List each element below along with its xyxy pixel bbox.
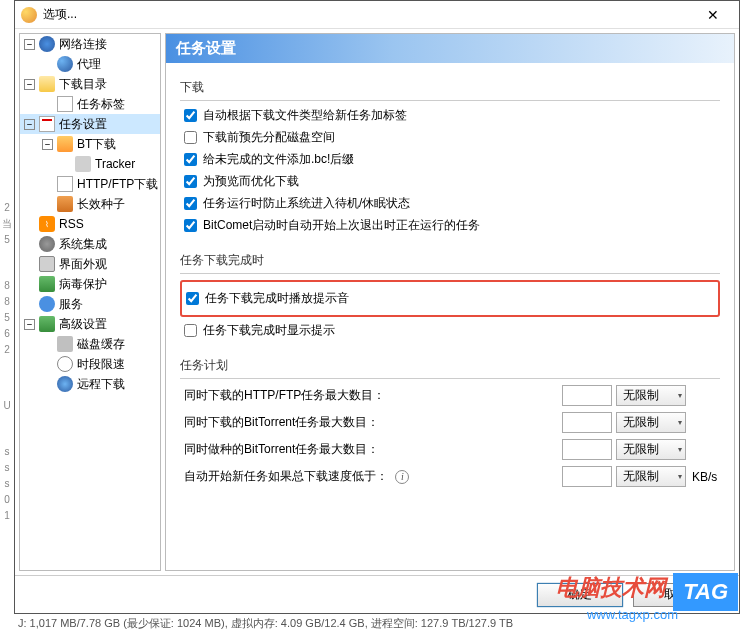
tree-label: RSS	[59, 217, 84, 231]
rss-icon: ⌇	[39, 216, 55, 232]
tree-label: 下载目录	[59, 76, 107, 93]
tree-label: 高级设置	[59, 316, 107, 333]
tracker-icon	[75, 156, 91, 172]
expander-icon[interactable]: −	[24, 39, 35, 50]
options-dialog: 选项... ✕ − 网络连接 代理 − 下载目录 任务标签	[14, 0, 740, 614]
tree-label: 任务标签	[77, 96, 125, 113]
tree-services[interactable]: 服务	[20, 294, 160, 314]
tree-schedule[interactable]: 时段限速	[20, 354, 160, 374]
advanced-icon	[39, 316, 55, 332]
bt-icon	[57, 136, 73, 152]
monitor-icon	[39, 256, 55, 272]
tree-bt-download[interactable]: − BT下载	[20, 134, 160, 154]
chk-preview-row: 为预览而优化下载	[184, 173, 720, 190]
plan-seed-dropdown[interactable]: 无限制 ▾	[616, 439, 686, 460]
group-complete-title: 任务下载完成时	[180, 252, 720, 269]
tree-label: 远程下载	[77, 376, 125, 393]
chevron-down-icon: ▾	[678, 391, 682, 400]
chk-resume-label: BitComet启动时自动开始上次退出时正在运行的任务	[203, 217, 480, 234]
tree-task-settings[interactable]: − 任务设置	[20, 114, 160, 134]
tree-proxy[interactable]: 代理	[20, 54, 160, 74]
left-gutter: 2 当 5 8 8 5 6 2 U s s s 0 1	[0, 0, 14, 614]
tree-task-tag[interactable]: 任务标签	[20, 94, 160, 114]
content-area: − 网络连接 代理 − 下载目录 任务标签 − 任	[15, 29, 739, 575]
expander-icon[interactable]: −	[42, 139, 53, 150]
plan-bt-input[interactable]	[562, 412, 612, 433]
tree-system-integration[interactable]: 系统集成	[20, 234, 160, 254]
button-bar: 确定 取消	[15, 575, 739, 613]
chk-play-sound-label: 任务下载完成时播放提示音	[205, 290, 349, 307]
chk-prevent-sleep-label: 任务运行时防止系统进入待机/休眠状态	[203, 195, 410, 212]
tree-long-seed[interactable]: 长效种子	[20, 194, 160, 214]
chk-prevent-sleep[interactable]	[184, 197, 197, 210]
services-icon	[39, 296, 55, 312]
chevron-down-icon: ▾	[678, 445, 682, 454]
tree-label: 界面外观	[59, 256, 107, 273]
tree-http-ftp[interactable]: HTTP/FTP下载	[20, 174, 160, 194]
seed-icon	[57, 196, 73, 212]
chk-preview-label: 为预览而优化下载	[203, 173, 299, 190]
proxy-icon	[57, 56, 73, 72]
chk-bc-suffix-label: 给未完成的文件添加.bc!后缀	[203, 151, 354, 168]
chk-preview[interactable]	[184, 175, 197, 188]
chk-resume-on-start[interactable]	[184, 219, 197, 232]
divider	[180, 273, 720, 274]
gear-icon	[39, 236, 55, 252]
chevron-down-icon: ▾	[678, 418, 682, 427]
chk-auto-tag-label: 自动根据下载文件类型给新任务加标签	[203, 107, 407, 124]
tree-rss[interactable]: ⌇ RSS	[20, 214, 160, 234]
plan-auto-input[interactable]	[562, 466, 612, 487]
plan-auto-row: 自动开始新任务如果总下载速度低于： i 无限制 ▾ KB/s	[184, 466, 720, 487]
expander-icon[interactable]: −	[24, 119, 35, 130]
chk-prealloc-label: 下载前预先分配磁盘空间	[203, 129, 335, 146]
chk-show-tip-row: 任务下载完成时显示提示	[184, 322, 720, 339]
panel-title: 任务设置	[166, 34, 734, 63]
chk-prealloc[interactable]	[184, 131, 197, 144]
chk-bc-suffix-row: 给未完成的文件添加.bc!后缀	[184, 151, 720, 168]
sidebar-tree[interactable]: − 网络连接 代理 − 下载目录 任务标签 − 任	[19, 33, 161, 571]
tree-remote[interactable]: 远程下载	[20, 374, 160, 394]
chevron-down-icon: ▾	[678, 472, 682, 481]
chk-auto-tag-row: 自动根据下载文件类型给新任务加标签	[184, 107, 720, 124]
group-download-title: 下载	[180, 79, 720, 96]
folder-icon	[39, 76, 55, 92]
http-icon	[57, 176, 73, 192]
tree-download-dir[interactable]: − 下载目录	[20, 74, 160, 94]
cancel-button[interactable]: 取消	[633, 583, 719, 607]
panel-body: 下载 自动根据下载文件类型给新任务加标签 下载前预先分配磁盘空间 给未完成的文件…	[166, 63, 734, 570]
chk-show-tip-label: 任务下载完成时显示提示	[203, 322, 335, 339]
tree-tracker[interactable]: Tracker	[20, 154, 160, 174]
highlight-annotation: 任务下载完成时播放提示音	[180, 280, 720, 317]
expander-icon[interactable]: −	[24, 319, 35, 330]
chk-play-sound-row: 任务下载完成时播放提示音	[186, 290, 718, 307]
divider	[180, 100, 720, 101]
tree-interface[interactable]: 界面外观	[20, 254, 160, 274]
chk-show-tip[interactable]	[184, 324, 197, 337]
tree-label: 任务设置	[59, 116, 107, 133]
chk-bc-suffix[interactable]	[184, 153, 197, 166]
ok-button[interactable]: 确定	[537, 583, 623, 607]
close-button[interactable]: ✕	[693, 3, 733, 27]
plan-http-label: 同时下载的HTTP/FTP任务最大数目：	[184, 387, 562, 404]
tree-virus[interactable]: 病毒保护	[20, 274, 160, 294]
tree-network[interactable]: − 网络连接	[20, 34, 160, 54]
plan-http-input[interactable]	[562, 385, 612, 406]
tree-disk-cache[interactable]: 磁盘缓存	[20, 334, 160, 354]
info-icon[interactable]: i	[395, 470, 409, 484]
tag-icon	[57, 96, 73, 112]
plan-seed-input[interactable]	[562, 439, 612, 460]
tree-label: 网络连接	[59, 36, 107, 53]
tree-label: Tracker	[95, 157, 135, 171]
plan-bt-dropdown[interactable]: 无限制 ▾	[616, 412, 686, 433]
shield-icon	[39, 276, 55, 292]
disk-icon	[57, 336, 73, 352]
chk-play-sound[interactable]	[186, 292, 199, 305]
plan-http-dropdown[interactable]: 无限制 ▾	[616, 385, 686, 406]
tree-advanced[interactable]: − 高级设置	[20, 314, 160, 334]
expander-icon[interactable]: −	[24, 79, 35, 90]
app-icon	[21, 7, 37, 23]
plan-auto-dropdown[interactable]: 无限制 ▾	[616, 466, 686, 487]
chk-auto-tag[interactable]	[184, 109, 197, 122]
divider	[180, 378, 720, 379]
tree-label: 系统集成	[59, 236, 107, 253]
